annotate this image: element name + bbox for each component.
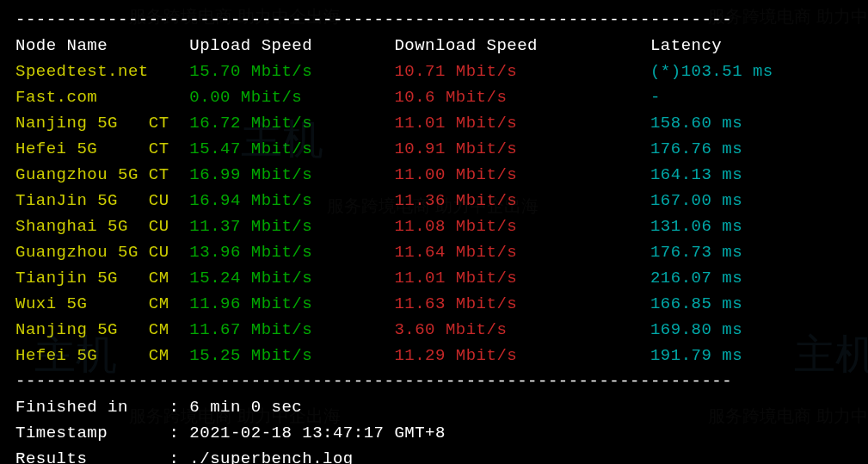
node-name: Hefei 5G CM	[15, 346, 189, 365]
divider: ----------------------------------------…	[15, 7, 853, 33]
latency-value: 169.80 ms	[650, 320, 742, 339]
node-name: Nanjing 5G CT	[15, 114, 189, 133]
node-name: Hefei 5G CT	[15, 139, 189, 158]
header-row: Node Name Upload Speed Download Speed La…	[15, 33, 853, 59]
upload-speed: 15.25 Mbit/s	[189, 346, 394, 365]
table-row: Tianjin 5G CM 15.24 Mbit/s 11.01 Mbit/s …	[15, 265, 853, 291]
node-name: Guangzhou 5G CU	[15, 243, 189, 262]
upload-speed: 11.67 Mbit/s	[189, 320, 394, 339]
node-name: Speedtest.net	[15, 62, 189, 81]
divider: ----------------------------------------…	[15, 368, 853, 394]
table-row: TianJin 5G CU 16.94 Mbit/s 11.36 Mbit/s …	[15, 188, 853, 213]
upload-speed: 16.72 Mbit/s	[189, 114, 394, 133]
node-name: Tianjin 5G CM	[15, 269, 189, 288]
node-name: Guangzhou 5G CT	[15, 165, 189, 184]
table-row: Hefei 5G CT 15.47 Mbit/s 10.91 Mbit/s 17…	[15, 136, 853, 162]
upload-speed: 15.70 Mbit/s	[189, 62, 394, 81]
footer-finished: Finished in : 6 min 0 sec	[15, 394, 853, 420]
latency-value: 167.00 ms	[650, 191, 742, 210]
download-speed: 11.64 Mbit/s	[394, 243, 650, 262]
node-name: Shanghai 5G CU	[15, 217, 189, 236]
table-row: Nanjing 5G CT 16.72 Mbit/s 11.01 Mbit/s …	[15, 110, 853, 136]
upload-speed: 15.24 Mbit/s	[189, 269, 394, 288]
upload-speed: 16.94 Mbit/s	[189, 191, 394, 210]
header-upload: Upload Speed	[189, 36, 394, 55]
latency-value: (*)103.51 ms	[650, 62, 773, 81]
download-speed: 11.08 Mbit/s	[394, 217, 650, 236]
table-row: Guangzhou 5G CU 13.96 Mbit/s 11.64 Mbit/…	[15, 239, 853, 265]
upload-speed: 15.47 Mbit/s	[189, 139, 394, 158]
footer-timestamp-label: Timestamp :	[15, 424, 189, 442]
table-row: Nanjing 5G CM 11.67 Mbit/s 3.60 Mbit/s 1…	[15, 317, 853, 343]
latency-value: 216.07 ms	[650, 269, 742, 288]
table-row: Hefei 5G CM 15.25 Mbit/s 11.29 Mbit/s 19…	[15, 343, 853, 368]
node-name: Fast.com	[15, 88, 189, 107]
footer-finished-label: Finished in :	[15, 398, 189, 417]
upload-speed: 11.37 Mbit/s	[189, 217, 394, 236]
header-latency: Latency	[650, 36, 722, 55]
table-row: Wuxi 5G CM 11.96 Mbit/s 11.63 Mbit/s 166…	[15, 291, 853, 317]
download-speed: 11.01 Mbit/s	[394, 269, 650, 288]
table-row: Speedtest.net 15.70 Mbit/s 10.71 Mbit/s …	[15, 59, 853, 84]
latency-value: -	[650, 88, 661, 107]
upload-speed: 11.96 Mbit/s	[189, 294, 394, 313]
upload-speed: 13.96 Mbit/s	[189, 243, 394, 262]
header-node: Node Name	[15, 36, 189, 55]
download-speed: 11.63 Mbit/s	[394, 294, 650, 313]
table-row: Shanghai 5G CU 11.37 Mbit/s 11.08 Mbit/s…	[15, 213, 853, 239]
latency-value: 131.06 ms	[650, 217, 742, 236]
upload-speed: 0.00 Mbit/s	[189, 88, 394, 107]
download-speed: 10.6 Mbit/s	[394, 88, 650, 107]
latency-value: 166.85 ms	[650, 294, 742, 313]
download-speed: 11.36 Mbit/s	[394, 191, 650, 210]
node-name: Wuxi 5G CM	[15, 294, 189, 313]
table-row: Guangzhou 5G CT 16.99 Mbit/s 11.00 Mbit/…	[15, 162, 853, 188]
node-name: Nanjing 5G CM	[15, 320, 189, 339]
footer-results-value: ./superbench.log	[189, 449, 353, 464]
latency-value: 164.13 ms	[650, 165, 742, 184]
download-speed: 11.00 Mbit/s	[394, 165, 650, 184]
download-speed: 11.29 Mbit/s	[394, 346, 650, 365]
terminal-output: ----------------------------------------…	[0, 0, 868, 464]
table-row: Fast.com 0.00 Mbit/s 10.6 Mbit/s -	[15, 84, 853, 110]
footer-timestamp-value: 2021-02-18 13:47:17 GMT+8	[189, 424, 446, 442]
download-speed: 3.60 Mbit/s	[394, 320, 650, 339]
latency-value: 191.79 ms	[650, 346, 742, 365]
latency-value: 158.60 ms	[650, 114, 742, 133]
footer-finished-value: 6 min 0 sec	[189, 398, 302, 417]
download-speed: 11.01 Mbit/s	[394, 114, 650, 133]
upload-speed: 16.99 Mbit/s	[189, 165, 394, 184]
node-name: TianJin 5G CU	[15, 191, 189, 210]
footer-results-label: Results :	[15, 449, 189, 464]
header-download: Download Speed	[394, 36, 650, 55]
download-speed: 10.71 Mbit/s	[394, 62, 650, 81]
download-speed: 10.91 Mbit/s	[394, 139, 650, 158]
footer-results: Results : ./superbench.log	[15, 446, 853, 464]
latency-value: 176.76 ms	[650, 139, 742, 158]
footer-timestamp: Timestamp : 2021-02-18 13:47:17 GMT+8	[15, 420, 853, 446]
latency-value: 176.73 ms	[650, 243, 742, 262]
